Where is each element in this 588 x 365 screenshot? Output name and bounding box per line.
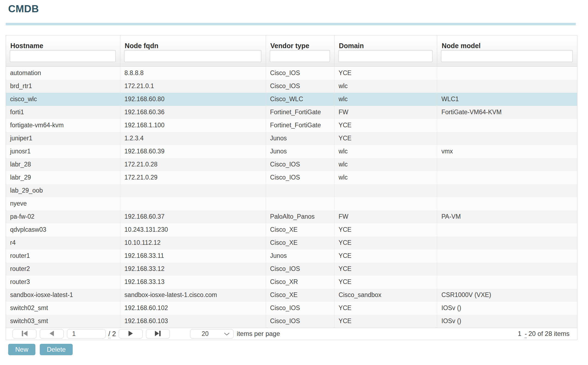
page-range-label: 1-20 of 28 items bbox=[518, 330, 571, 338]
table-row[interactable]: router2192.168.33.12Cisco_IOSYCE bbox=[6, 262, 577, 276]
cell-vendor: Cisco_IOS bbox=[266, 67, 335, 80]
cell-domain bbox=[334, 197, 437, 210]
cell-hostname: juniper1 bbox=[6, 132, 120, 145]
cell-domain bbox=[334, 184, 437, 197]
cell-hostname: cisco_wlc bbox=[6, 93, 120, 106]
cell-hostname: router2 bbox=[6, 262, 120, 276]
cell-fqdn: 10.243.131.230 bbox=[120, 223, 266, 236]
next-page-button[interactable] bbox=[119, 329, 143, 339]
cell-domain: YCE bbox=[334, 249, 437, 262]
cell-domain: YCE bbox=[334, 119, 437, 132]
cell-vendor: Cisco_IOS bbox=[266, 302, 335, 315]
table-row[interactable]: router3192.168.33.13Cisco_XRYCE bbox=[6, 276, 577, 289]
cell-hostname: labr_28 bbox=[6, 158, 120, 171]
table-row[interactable]: juniper11.2.3.4JunosYCE bbox=[6, 132, 577, 145]
cell-domain: YCE bbox=[334, 276, 437, 289]
table-row[interactable]: pa-fw-02192.168.60.37PaloAlto_PanosFWPA-… bbox=[6, 210, 577, 223]
cell-fqdn: 8.8.8.8 bbox=[120, 67, 266, 80]
cell-fqdn: 172.21.0.28 bbox=[120, 158, 266, 171]
table-row[interactable]: junosr1192.168.60.39Junoswlcvmx bbox=[6, 145, 577, 158]
page-number-input[interactable] bbox=[67, 329, 106, 339]
cell-vendor bbox=[266, 184, 335, 197]
page-size-value: 20 bbox=[202, 330, 209, 338]
table-row[interactable]: sandbox-iosxe-latest-1sandbox-iosxe-late… bbox=[6, 289, 577, 302]
column-label-hostname: Hostname bbox=[6, 35, 120, 50]
cell-hostname: qdvplcasw03 bbox=[6, 223, 120, 236]
cell-model: vmx bbox=[437, 145, 577, 158]
table-row[interactable]: labr_28172.21.0.28Cisco_IOSwlc bbox=[6, 158, 577, 171]
filter-hostname-input[interactable] bbox=[10, 50, 116, 62]
cell-model bbox=[437, 119, 577, 132]
title-divider bbox=[6, 23, 576, 25]
cell-domain: wlc bbox=[334, 158, 437, 171]
cell-model: IOSv () bbox=[437, 315, 577, 328]
cell-fqdn: 172.21.0.29 bbox=[120, 171, 266, 184]
delete-button[interactable]: Delete bbox=[40, 344, 73, 355]
cell-hostname: nyeve bbox=[6, 197, 120, 210]
column-label-node-model: Node model bbox=[437, 35, 577, 50]
column-header-node-model: Node model bbox=[437, 35, 577, 67]
cell-domain: Cisco_sandbox bbox=[334, 289, 437, 302]
cell-domain: YCE bbox=[334, 302, 437, 315]
cell-domain: YCE bbox=[334, 236, 437, 249]
cell-fqdn: 192.168.60.80 bbox=[120, 93, 266, 106]
page-title: CMDB bbox=[0, 0, 588, 15]
prev-page-icon bbox=[48, 330, 55, 337]
column-label-vendor-type: Vendor type bbox=[266, 35, 334, 50]
cell-hostname: pa-fw-02 bbox=[6, 210, 120, 223]
table-row[interactable]: switch02_smt192.168.60.102Cisco_IOSYCEIO… bbox=[6, 302, 577, 315]
table-row[interactable]: lab_29_oob bbox=[6, 184, 577, 197]
table-row[interactable]: switch03_smt192.168.60.103Cisco_IOSYCEIO… bbox=[6, 315, 577, 328]
filter-node-model-input[interactable] bbox=[441, 50, 573, 62]
column-label-node-fqdn: Node fqdn bbox=[120, 35, 266, 50]
table-row[interactable]: qdvplcasw0310.243.131.230Cisco_XEYCE bbox=[6, 223, 577, 236]
range-start: 1 bbox=[518, 330, 521, 337]
table-row[interactable]: r410.10.112.12Cisco_XEYCE bbox=[6, 236, 577, 249]
cell-vendor: Fortinet_FortiGate bbox=[266, 106, 335, 119]
cell-hostname: automation bbox=[6, 67, 120, 80]
cell-vendor: Cisco_WLC bbox=[266, 93, 335, 106]
filter-domain-input[interactable] bbox=[338, 50, 433, 62]
cell-domain: YCE bbox=[334, 223, 437, 236]
table-row[interactable]: router1192.168.33.11JunosYCE bbox=[6, 249, 577, 262]
column-label-domain: Domain bbox=[335, 35, 437, 50]
cell-hostname: router3 bbox=[6, 276, 120, 289]
prev-page-button[interactable] bbox=[40, 329, 64, 339]
table-row[interactable]: cisco_wlc192.168.60.80Cisco_WLCwlcWLC1 bbox=[6, 93, 577, 106]
cell-domain: wlc bbox=[334, 80, 437, 93]
cell-vendor: Fortinet_FortiGate bbox=[266, 119, 335, 132]
cell-domain: wlc bbox=[334, 171, 437, 184]
table-row[interactable]: nyeve bbox=[6, 197, 577, 210]
filter-vendor-type-input[interactable] bbox=[270, 50, 330, 62]
first-page-button[interactable] bbox=[13, 329, 36, 339]
table-row[interactable]: brd_rtr1172.21.0.1Cisco_IOSwlc bbox=[6, 80, 577, 93]
cell-vendor: Junos bbox=[266, 132, 335, 145]
cell-model: CSR1000V (VXE) bbox=[437, 289, 577, 302]
cell-vendor: Junos bbox=[266, 145, 335, 158]
column-header-vendor-type: Vendor type bbox=[266, 35, 335, 67]
cell-domain: YCE bbox=[334, 67, 437, 80]
page-size-select[interactable]: 20 bbox=[190, 329, 234, 339]
cell-model: WLC1 bbox=[437, 93, 577, 106]
table-row[interactable]: fortigate-vm64-kvm192.168.1.100Fortinet_… bbox=[6, 119, 577, 132]
items-per-page-label: items per page bbox=[237, 330, 280, 338]
cell-vendor: Cisco_XE bbox=[266, 236, 335, 249]
cell-hostname: forti1 bbox=[6, 106, 120, 119]
cell-model: FortiGate-VM64-KVM bbox=[437, 106, 577, 119]
filter-node-fqdn-input[interactable] bbox=[124, 50, 261, 62]
cell-hostname: lab_29_oob bbox=[6, 184, 120, 197]
cell-hostname: brd_rtr1 bbox=[6, 80, 120, 93]
last-page-button[interactable] bbox=[146, 329, 170, 339]
chevron-down-icon bbox=[223, 330, 230, 338]
cmdb-table: Hostname Node fqdn Vendor type Domain No… bbox=[6, 35, 577, 328]
cell-domain: YCE bbox=[334, 132, 437, 145]
new-button[interactable]: New bbox=[8, 344, 35, 355]
table-row[interactable]: forti1192.168.60.36Fortinet_FortiGateFWF… bbox=[6, 106, 577, 119]
table-row[interactable]: automation8.8.8.8Cisco_IOSYCE bbox=[6, 67, 577, 80]
cell-model bbox=[437, 223, 577, 236]
cell-hostname: r4 bbox=[6, 236, 120, 249]
cell-model bbox=[437, 67, 577, 80]
next-page-icon bbox=[127, 330, 134, 337]
cell-model bbox=[437, 184, 577, 197]
table-row[interactable]: labr_29172.21.0.29Cisco_IOSwlc bbox=[6, 171, 577, 184]
